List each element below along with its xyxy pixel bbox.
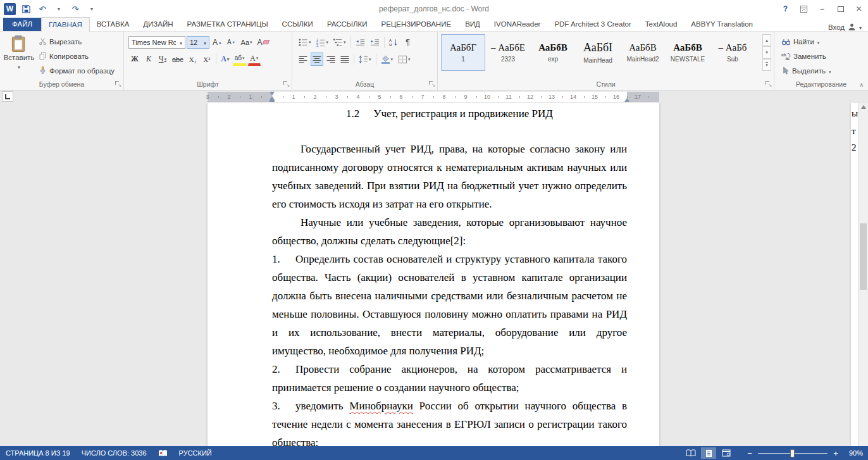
gallery-more-button[interactable] xyxy=(762,59,771,71)
zoom-slider[interactable] xyxy=(758,449,828,457)
zoom-in-button[interactable]: + xyxy=(831,449,840,458)
style-item-sub[interactable]: – АаБб Sub xyxy=(710,34,755,71)
show-paragraph-marks-button[interactable]: ¶ xyxy=(402,35,414,49)
tab-page-layout[interactable]: РАЗМЕТКА СТРАНИЦЫ xyxy=(180,18,275,31)
minimize-button[interactable] xyxy=(813,0,831,18)
grow-font-button[interactable]: А xyxy=(211,35,223,49)
word-logo-icon[interactable] xyxy=(4,3,16,15)
replace-button[interactable]: abac Заменить xyxy=(779,49,833,63)
font-family-combo[interactable]: Times New Roman xyxy=(128,36,185,49)
zoom-slider-thumb[interactable] xyxy=(790,449,795,457)
sign-in-button[interactable]: Вход xyxy=(828,23,868,31)
collapse-ribbon-button[interactable]: ∧ xyxy=(859,82,864,88)
zoom-out-button[interactable]: − xyxy=(745,449,754,458)
paragraph-dialog-launcher[interactable] xyxy=(428,80,435,87)
tab-home[interactable]: ГЛАВНАЯ xyxy=(41,17,90,32)
align-center-button[interactable] xyxy=(311,53,323,66)
bullets-button[interactable] xyxy=(297,35,313,49)
justify-button[interactable] xyxy=(338,53,351,66)
tab-stop-selector[interactable] xyxy=(2,91,13,102)
decrease-indent-button[interactable] xyxy=(354,35,367,49)
italic-button[interactable]: К xyxy=(142,53,155,66)
list-item-1[interactable]: 1.Определить состав основателей и структ… xyxy=(272,250,627,360)
document-heading[interactable]: 1.2Учет, регистрация и продвижение РИД xyxy=(272,104,627,123)
tab-pdf-architect[interactable]: PDF Architect 3 Creator xyxy=(547,18,638,31)
superscript-button[interactable]: X² xyxy=(201,53,213,66)
clear-formatting-button[interactable]: А xyxy=(256,35,271,49)
find-button[interactable]: Найти xyxy=(779,35,833,48)
tab-ivonareader[interactable]: IVONAReader xyxy=(487,18,548,31)
zoom-percentage[interactable]: 90% xyxy=(844,449,863,457)
gallery-scroll-down-button[interactable] xyxy=(762,46,771,58)
strikethrough-button[interactable]: abc xyxy=(170,53,185,66)
borders-button[interactable] xyxy=(396,53,412,66)
vertical-scrollbar[interactable] xyxy=(858,103,868,446)
read-mode-button[interactable] xyxy=(683,447,698,459)
text-effects-button[interactable]: А xyxy=(219,53,232,66)
format-painter-button[interactable]: Формат по образцу xyxy=(37,64,116,77)
left-indent-marker[interactable] xyxy=(270,100,275,102)
style-item-mainhead2[interactable]: АаБбВ MainHead2 xyxy=(621,34,665,71)
line-spacing-button[interactable] xyxy=(357,53,373,66)
ruler[interactable]: 3211234567891011121314151617 xyxy=(208,92,659,102)
clipboard-dialog-launcher[interactable] xyxy=(115,80,121,87)
paste-button[interactable]: Вставить xyxy=(4,34,34,78)
change-case-button[interactable]: Аа xyxy=(239,35,254,49)
undo-button[interactable] xyxy=(36,3,49,15)
highlight-color-button[interactable]: аб xyxy=(233,53,247,66)
style-item-newstale[interactable]: АаБбВ NEWSTALE xyxy=(666,34,710,71)
tab-textaloud[interactable]: TextAloud xyxy=(638,18,685,31)
font-size-combo[interactable]: 12 xyxy=(187,36,209,49)
list-item-3[interactable]: 3.уведомить Минобрнауки России об открыт… xyxy=(272,397,627,446)
maximize-button[interactable] xyxy=(831,0,850,18)
tab-view[interactable]: ВИД xyxy=(458,18,487,31)
select-button[interactable]: Выделить xyxy=(779,64,833,77)
customize-qat-button[interactable] xyxy=(85,3,98,15)
paragraph-1[interactable]: Государственный учет РИД, права, на кото… xyxy=(272,140,627,213)
language-indicator[interactable]: РУССКИЙ xyxy=(173,449,218,457)
first-line-indent-marker[interactable] xyxy=(270,92,275,96)
document-page[interactable]: 1.2Учет, регистрация и продвижение РИД Г… xyxy=(208,103,659,446)
sort-button[interactable]: АЯ xyxy=(387,35,400,49)
proofing-status-button[interactable] xyxy=(152,449,173,457)
gallery-scroll-up-button[interactable] xyxy=(762,34,771,46)
ribbon-display-options-button[interactable] xyxy=(795,0,813,18)
style-item-2323[interactable]: – АаБбЕ 2323 xyxy=(486,34,530,71)
increase-indent-button[interactable] xyxy=(368,35,381,49)
style-item-exp[interactable]: АаБбВ exp xyxy=(531,34,575,71)
underline-button[interactable]: Ч xyxy=(156,53,169,66)
cut-button[interactable]: Вырезать xyxy=(37,35,84,48)
multilevel-list-button[interactable] xyxy=(332,35,348,49)
font-color-button[interactable]: А xyxy=(248,53,261,66)
print-layout-button[interactable] xyxy=(701,447,716,459)
shrink-font-button[interactable]: А xyxy=(225,35,237,49)
style-item-1[interactable]: АаБбГ 1 xyxy=(441,34,485,71)
tab-design[interactable]: ДИЗАЙН xyxy=(136,18,180,31)
right-indent-marker[interactable] xyxy=(624,98,629,102)
close-button[interactable] xyxy=(850,0,868,18)
page-indicator[interactable]: СТРАНИЦА 8 ИЗ 19 xyxy=(0,449,76,457)
tab-review[interactable]: РЕЦЕНЗИРОВАНИЕ xyxy=(375,18,459,31)
align-left-button[interactable] xyxy=(297,53,309,66)
scrollbar-thumb[interactable] xyxy=(860,223,867,290)
numbering-button[interactable]: 1.2.3. xyxy=(314,35,331,49)
list-item-2[interactable]: 2.Провести собрание акционеров, на котор… xyxy=(272,360,627,397)
word-count[interactable]: ЧИСЛО СЛОВ: 3036 xyxy=(76,449,152,457)
shading-button[interactable] xyxy=(379,53,395,66)
subscript-button[interactable]: X₂ xyxy=(187,53,199,66)
copy-button[interactable]: Копировать xyxy=(37,49,90,63)
bold-button[interactable]: Ж xyxy=(128,53,141,66)
paragraph-2[interactable]: Научные или учебные заведения, которые о… xyxy=(272,213,627,250)
scroll-up-arrow-icon[interactable] xyxy=(861,105,866,109)
style-item-mainhead[interactable]: АаБбІ MainHead xyxy=(576,34,620,71)
tab-references[interactable]: ССЫЛКИ xyxy=(275,18,320,31)
save-button[interactable] xyxy=(20,3,32,15)
styles-dialog-launcher[interactable] xyxy=(765,80,772,87)
tab-abbyy-translation[interactable]: ABBYY Translation xyxy=(684,18,760,31)
redo-button[interactable] xyxy=(69,3,82,15)
align-right-button[interactable] xyxy=(325,53,337,66)
tab-insert[interactable]: ВСТАВКА xyxy=(90,18,137,31)
help-button[interactable] xyxy=(776,0,795,18)
undo-caret-icon[interactable] xyxy=(53,3,65,15)
tab-mailings[interactable]: РАССЫЛКИ xyxy=(320,18,375,31)
